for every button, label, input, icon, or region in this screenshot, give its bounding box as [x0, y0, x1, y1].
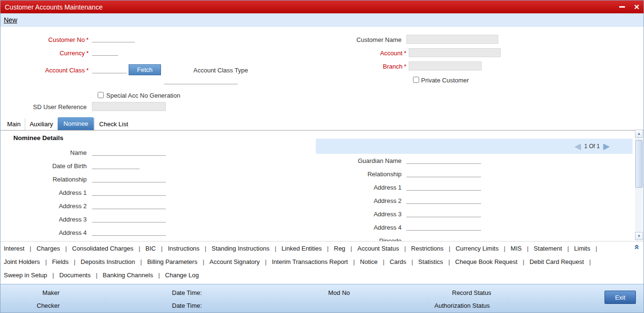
- record-status-label: Record Status: [452, 289, 491, 296]
- guardian-address1-label: Address 1: [325, 184, 402, 191]
- action-link[interactable]: BIC: [145, 245, 168, 252]
- special-acc-no-generation-label: Special Acc No Generation: [106, 92, 180, 99]
- action-link[interactable]: Charges: [37, 245, 72, 252]
- relationship-input[interactable]: [92, 174, 166, 182]
- window-controls: ✕: [619, 0, 640, 13]
- action-link[interactable]: Consolidated Charges: [72, 245, 145, 252]
- collapse-panel-chevron-icon[interactable]: «: [633, 244, 642, 250]
- exit-button[interactable]: Exit: [604, 291, 636, 304]
- vertical-scrollbar[interactable]: ▲ ▼: [635, 130, 643, 240]
- minimize-icon: [619, 6, 625, 8]
- address2-label: Address 2: [10, 202, 87, 210]
- required-marker: *: [86, 67, 89, 74]
- guardian-address2-label: Address 2: [325, 197, 402, 204]
- tab-nominee[interactable]: Nominee: [58, 117, 94, 130]
- action-link[interactable]: MIS: [511, 245, 534, 252]
- scroll-down-button[interactable]: ▼: [635, 232, 643, 240]
- required-marker: *: [404, 50, 406, 57]
- action-link[interactable]: Restrictions: [411, 245, 455, 252]
- minimize-button[interactable]: [619, 6, 625, 8]
- account-class-label: Account Class*: [12, 67, 89, 74]
- action-link[interactable]: Instructions: [168, 245, 211, 252]
- action-link[interactable]: Reg: [334, 245, 357, 252]
- action-link[interactable]: Billing Parameters: [147, 258, 210, 265]
- pager-next-button[interactable]: ▶: [603, 142, 610, 151]
- action-link[interactable]: Statistics: [418, 258, 455, 265]
- address1-input[interactable]: [92, 188, 166, 196]
- action-link[interactable]: Notice: [360, 258, 390, 265]
- nominee-details-heading: Nominee Details: [13, 134, 63, 141]
- action-link[interactable]: Deposits Instruction: [80, 258, 147, 265]
- special-acc-no-generation-checkbox[interactable]: [98, 92, 104, 98]
- private-customer-label: Private Customer: [421, 77, 469, 84]
- tab-main[interactable]: Main: [3, 118, 25, 130]
- guardian-address4-label: Address 4: [325, 224, 402, 231]
- nominee-name-input[interactable]: [92, 148, 166, 156]
- address4-input[interactable]: [92, 228, 166, 236]
- currency-label: Currency*: [12, 50, 89, 57]
- private-customer-checkbox[interactable]: [413, 77, 419, 83]
- guardian-address1-input[interactable]: [406, 182, 481, 191]
- tab-auxiliary[interactable]: Auxiliary: [25, 118, 57, 130]
- action-link[interactable]: Currency Limits: [455, 245, 511, 252]
- action-link[interactable]: Linked Entities: [282, 245, 334, 252]
- action-link[interactable]: Sweep in Setup: [4, 272, 59, 279]
- action-link[interactable]: Account Status: [357, 245, 411, 252]
- sd-user-reference-input: [92, 102, 166, 111]
- tab-check-list[interactable]: Check List: [94, 118, 132, 130]
- customer-no-label: Customer No*: [12, 36, 89, 43]
- guardian-relationship-input[interactable]: [406, 169, 481, 177]
- guardian-address3-input[interactable]: [406, 209, 481, 217]
- close-button[interactable]: ✕: [634, 3, 640, 11]
- scroll-up-icon: ▲: [637, 131, 641, 136]
- mod-no-label: Mod No: [328, 289, 350, 296]
- guardian-name-input[interactable]: [406, 156, 481, 164]
- date-time-label-1: Date Time:: [172, 289, 202, 296]
- date-of-birth-input[interactable]: [92, 161, 140, 169]
- action-link[interactable]: Banking Channels: [103, 272, 165, 279]
- customer-accounts-maintenance-window: Customer Accounts Maintenance ✕ New Cust…: [0, 0, 644, 313]
- guardian-address2-input[interactable]: [406, 196, 481, 204]
- account-class-input[interactable]: [92, 65, 127, 73]
- scroll-up-button[interactable]: ▲: [635, 130, 643, 138]
- action-link[interactable]: Standing Instructions: [211, 245, 282, 252]
- date-of-birth-label: Date of Birth: [10, 162, 87, 170]
- action-link[interactable]: Joint Holders: [4, 258, 52, 265]
- currency-input[interactable]: [92, 48, 118, 56]
- pager-prev-button[interactable]: ◀: [574, 142, 581, 151]
- address3-input[interactable]: [92, 214, 166, 222]
- maker-label: Maker: [42, 289, 60, 296]
- action-links-area: InterestChargesConsolidated ChargesBICIn…: [0, 241, 644, 284]
- guardian-name-label: Guardian Name: [325, 157, 402, 164]
- customer-no-input[interactable]: [92, 34, 135, 42]
- action-link[interactable]: Change Log: [165, 272, 199, 279]
- guardian-address4-input[interactable]: [406, 222, 481, 231]
- action-link[interactable]: Limits: [574, 245, 602, 252]
- sd-user-reference-label: SD User Reference: [10, 103, 87, 111]
- date-time-label-2: Date Time:: [172, 302, 202, 309]
- address2-input[interactable]: [92, 201, 166, 209]
- customer-name-label: Customer Name: [325, 36, 402, 43]
- action-link[interactable]: Debit Card Request: [530, 258, 596, 265]
- customer-name-input: [406, 35, 498, 44]
- new-button[interactable]: New: [4, 16, 17, 24]
- record-pager: ◀ 1 Of 1 ▶: [316, 139, 633, 154]
- action-link[interactable]: Cards: [390, 258, 418, 265]
- scrollbar-thumb[interactable]: [635, 140, 643, 188]
- window-title: Customer Accounts Maintenance: [0, 3, 102, 11]
- address1-label: Address 1: [10, 189, 87, 196]
- action-links-row-2: Joint HoldersFieldsDeposits InstructionB…: [0, 255, 644, 268]
- action-link[interactable]: Interim Transactions Report: [272, 258, 360, 265]
- checker-label: Checker: [37, 302, 60, 309]
- pager-text: 1 Of 1: [584, 143, 600, 150]
- action-link[interactable]: Interest: [4, 245, 37, 252]
- account-class-type-input[interactable]: [164, 76, 238, 84]
- action-link[interactable]: Documents: [59, 272, 102, 279]
- action-link[interactable]: Cheque Book Request: [455, 258, 530, 265]
- footer: Maker Date Time: Mod No Record Status Ch…: [0, 284, 644, 313]
- action-link[interactable]: Statement: [534, 245, 574, 252]
- fetch-button[interactable]: Fetch: [129, 64, 161, 75]
- branch-input: [409, 61, 482, 71]
- action-link[interactable]: Account Signatory: [210, 258, 272, 265]
- action-link[interactable]: Fields: [52, 258, 80, 265]
